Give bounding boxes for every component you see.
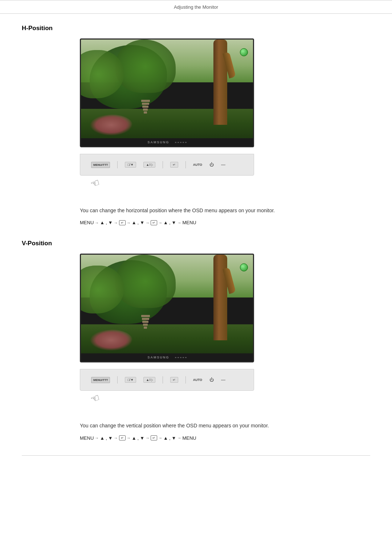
nav-down-1-v: ▼	[108, 435, 113, 441]
pagoda-tier-v-1	[141, 315, 150, 317]
nav-comma-1-v: ,	[106, 435, 107, 441]
nav-arrow-3-h: →	[127, 221, 131, 225]
nav-comma-2-v: ,	[138, 435, 139, 441]
foliage-2	[115, 40, 176, 93]
scene-background-v	[81, 255, 253, 361]
pagoda-tier-3	[142, 106, 148, 108]
dot-v-2	[177, 357, 179, 358]
nav-arrow-4-v: →	[146, 436, 150, 440]
nav-enter-2-h: ↵	[151, 220, 157, 225]
dot-4	[183, 142, 184, 143]
tree-trunk-v	[213, 255, 227, 340]
menu-button-v[interactable]: MENU/TTT	[91, 377, 110, 383]
v-position-description: You can change the vertical position whe…	[80, 422, 370, 430]
dot-3	[180, 142, 181, 143]
dash-button-h[interactable]: —	[221, 162, 225, 167]
pagoda-tier-v-5	[144, 327, 147, 329]
power-button-h[interactable]: ⏻	[209, 162, 214, 167]
monitor-controls-wrapper-v: MENU/TTT □/▼ ▲/◇ ↵ AUTO ⏻ —	[80, 369, 254, 391]
green-indicator-v	[240, 263, 248, 271]
monitor-controls-v: MENU/TTT □/▼ ▲/◇ ↵ AUTO ⏻ —	[80, 369, 254, 391]
nav-up-3-h: ▲	[163, 220, 168, 225]
dot-5	[185, 142, 187, 143]
nav-arrow-4-h: →	[146, 221, 150, 225]
nav-menu-end-v: MENU	[182, 435, 196, 441]
hand-cursor-v: ☞	[89, 391, 102, 406]
nav-arrow-2-v: →	[114, 436, 118, 440]
monitor-bottom-bar-h: SAMSUNG	[81, 138, 253, 146]
controls-row-v: MENU/TTT □/▼ ▲/◇ ↵ AUTO ⏻ —	[86, 373, 231, 386]
tree-trunk	[213, 40, 227, 125]
btn2-h[interactable]: ▲/◇	[143, 162, 155, 168]
auto-button-h[interactable]: AUTO	[193, 163, 202, 167]
nav-enter-1-v: ↵	[119, 435, 126, 440]
bottom-divider	[22, 455, 370, 456]
h-position-description: You can change the horizontal position w…	[80, 206, 370, 214]
separator-2-v	[163, 376, 163, 383]
separator-1-v	[117, 376, 118, 383]
hand-cursor-wrapper-v: ☞	[80, 391, 254, 413]
btn3-v[interactable]: ↵	[170, 377, 178, 383]
h-position-navigation: MENU → ▲ , ▼ → ↵ → ▲ , ▼ → ↵ → ▲ , ▼ → M…	[80, 220, 370, 225]
pagoda-tier-2	[142, 103, 149, 105]
h-position-section: H-Position	[22, 25, 370, 225]
nav-enter-2-v: ↵	[151, 435, 157, 440]
monitor-bottom-bar-v: SAMSUNG	[81, 353, 253, 361]
hand-cursor-h: ☞	[89, 176, 102, 191]
page-title: Adjusting the Monitor	[174, 4, 218, 10]
flowers-v	[90, 329, 133, 351]
nav-down-3-h: ▼	[172, 220, 176, 225]
btn3-h[interactable]: ↵	[170, 162, 178, 168]
samsung-logo-h: SAMSUNG	[147, 140, 169, 144]
h-position-monitor-image: SAMSUNG	[80, 38, 254, 147]
dot-v-1	[175, 357, 176, 358]
pagoda-tier-4	[143, 108, 148, 111]
power-button-v[interactable]: ⏻	[209, 377, 214, 382]
dash-button-v[interactable]: —	[221, 377, 225, 382]
v-position-section: V-Position	[22, 240, 370, 440]
dot-v-5	[185, 357, 187, 358]
dot-v-3	[180, 357, 181, 358]
nav-comma-3-v: ,	[169, 435, 171, 441]
nav-menu-v: MENU	[80, 435, 94, 441]
main-content: H-Position	[0, 25, 392, 441]
dot-v-4	[183, 357, 184, 358]
nav-up-2-h: ▲	[132, 220, 136, 225]
monitor-screen-h: SAMSUNG	[80, 38, 254, 147]
nav-arrow-6-h: →	[177, 221, 181, 225]
pagoda-tier-v-3	[142, 321, 148, 323]
green-indicator	[240, 48, 248, 56]
v-position-navigation: MENU → ▲ , ▼ → ↵ → ▲ , ▼ → ↵ → ▲ , ▼ → M…	[80, 435, 370, 441]
nav-down-1-h: ▼	[108, 220, 113, 225]
nav-arrow-3-v: →	[127, 436, 131, 440]
btn1-v[interactable]: □/▼	[125, 377, 136, 383]
separator-3-v	[185, 376, 186, 383]
pagoda-v	[141, 315, 150, 329]
pagoda-tier-1	[141, 100, 150, 102]
nav-comma-3-h: ,	[169, 220, 171, 225]
monitor-dots-v	[175, 357, 187, 358]
hand-cursor-wrapper-h: ☞	[80, 176, 254, 197]
monitor-controls-wrapper-h: MENU/TTT □/▼ ▲/◇ ↵ AUTO ⏻ —	[80, 154, 254, 176]
btn2-v[interactable]: ▲/◇	[143, 377, 155, 383]
separator-1-h	[117, 161, 118, 168]
dot-2	[177, 142, 179, 143]
nav-arrow-1-v: →	[95, 436, 99, 440]
nav-down-2-h: ▼	[140, 220, 144, 225]
h-position-title: H-Position	[22, 25, 370, 32]
foliage-2-v	[115, 255, 176, 308]
samsung-logo-v: SAMSUNG	[147, 356, 169, 359]
pagoda-tier-v-4	[143, 324, 148, 326]
nav-arrow-5-h: →	[158, 221, 162, 225]
nav-arrow-2-h: →	[114, 221, 118, 225]
pagoda-tier-5	[144, 111, 147, 114]
auto-button-v[interactable]: AUTO	[193, 378, 202, 382]
pagoda-tier-v-2	[142, 318, 149, 320]
nav-arrow-5-v: →	[158, 436, 162, 440]
dot-1	[175, 142, 176, 143]
btn1-h[interactable]: □/▼	[125, 162, 136, 168]
menu-button-h[interactable]: MENU/TTT	[91, 162, 110, 168]
nav-arrow-1-h: →	[95, 221, 99, 225]
monitor-dots-h	[175, 142, 187, 143]
nav-up-2-v: ▲	[132, 435, 136, 441]
